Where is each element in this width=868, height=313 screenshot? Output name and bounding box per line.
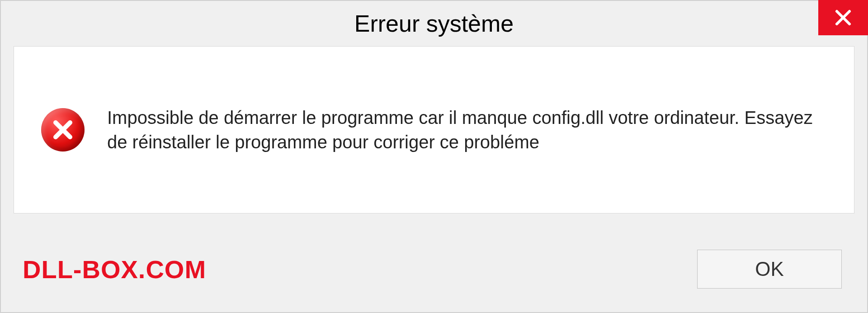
close-icon xyxy=(834,9,852,27)
titlebar: Erreur système xyxy=(1,1,867,46)
error-dialog: Erreur système Impossible de démarrer le… xyxy=(0,0,868,313)
close-button[interactable] xyxy=(818,0,868,35)
error-icon xyxy=(41,108,85,152)
watermark-text: DLL-BOX.COM xyxy=(23,255,206,284)
error-message: Impossible de démarrer le programme car … xyxy=(107,105,818,154)
ok-button-label: OK xyxy=(755,258,784,280)
footer: DLL-BOX.COM OK xyxy=(1,226,867,312)
dialog-title: Erreur système xyxy=(354,10,514,37)
ok-button[interactable]: OK xyxy=(697,250,842,289)
content-area: Impossible de démarrer le programme car … xyxy=(14,46,854,213)
error-x-icon xyxy=(51,118,75,142)
